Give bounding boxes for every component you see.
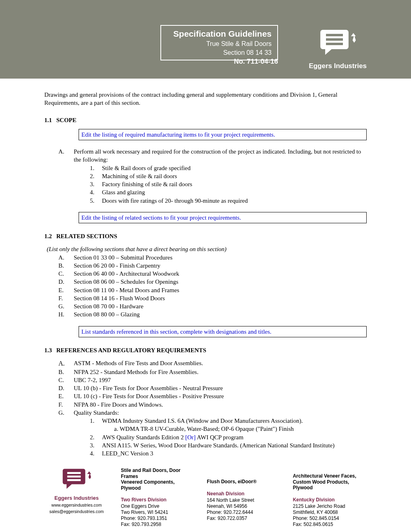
brand-logo: Eggers Industries <box>309 28 367 71</box>
list-item: E.Section 08 11 00 - Metal Doors and Fra… <box>58 286 367 294</box>
svg-rect-4 <box>67 476 81 478</box>
list-item: D.UL 10 (b) - Fire Tests for Door Assemb… <box>58 384 367 392</box>
list-item: G.Section 08 70 00 - Hardware <box>58 302 367 310</box>
page-content: Drawings and general provisions of the c… <box>0 79 411 457</box>
logo-icon <box>320 28 356 58</box>
division-name: Kentucky Division <box>293 497 367 503</box>
division-name: Neenah Division <box>207 490 280 497</box>
list-item: G.Quality Standards: <box>58 409 367 417</box>
footer-col-2: Flush Doors, eiDoor® Neenah Division 164… <box>207 468 280 528</box>
list-item: D.Section 08 06 00 – Schedules for Openi… <box>58 278 367 286</box>
section-1-3: 1.3 REFERENCES AND REGULATORY REQUIREMEN… <box>44 346 367 458</box>
doc-title: Specification Guidelines <box>173 28 272 39</box>
list-item: 2.Machining of stile & rail doors <box>90 172 367 180</box>
list-item-sub: a. WDMA TR-8 UV-Curable, Water-Based; OP… <box>114 425 367 433</box>
svg-rect-0 <box>326 34 343 36</box>
list-item: F.NFPA 80 - Fire Doors and Windows. <box>58 401 367 409</box>
heading-1-2: 1.2 RELATED SECTIONS <box>44 232 367 240</box>
header-banner: Specification Guidelines True Stile & Ra… <box>0 0 411 79</box>
svg-rect-3 <box>67 472 81 474</box>
list-item: B.Section 06 20 00 - Finish Carpentry <box>58 262 367 270</box>
or-clause: [Or] <box>185 434 196 441</box>
heading-1-3: 1.3 REFERENCES AND REGULATORY REQUIREMEN… <box>44 346 367 354</box>
footer-brand-name: Eggers Industries <box>44 495 109 502</box>
list-item: C.Section 06 40 00 - Architectural Woodw… <box>58 270 367 278</box>
footer-email: sales@eggersindustries.com <box>44 509 109 514</box>
footer-logo: Eggers Industries www.eggersindustries.c… <box>44 468 109 528</box>
svg-rect-5 <box>67 479 81 481</box>
footer-col-3: Architectural Veneer Faces, Custom Wood … <box>293 468 367 528</box>
page-footer: Eggers Industries www.eggersindustries.c… <box>0 457 411 532</box>
editor-note-related: Edit the listing of related sections to … <box>79 212 367 223</box>
brand-name: Eggers Industries <box>309 62 367 71</box>
list-item: 1.Stile & Rail doors of grade specified <box>90 164 367 172</box>
doc-subtitle: True Stile & Rail Doors <box>173 39 272 48</box>
intro-paragraph: Drawings and general provisions of the c… <box>44 91 367 107</box>
list-item: C.UBC 7-2, 1997 <box>58 376 367 384</box>
list-item: A.Section 01 33 00 – Submittal Procedure… <box>58 254 367 262</box>
svg-rect-2 <box>326 43 343 45</box>
doc-number: No. 711-04-16 <box>234 57 278 66</box>
list-item: 4.Glass and glazing <box>90 188 367 196</box>
item-1-1-A: A. Perform all work necessary and requir… <box>58 148 367 164</box>
list-item: A.ASTM - Methods of Fire Tests and Door … <box>58 359 367 368</box>
list-item: 2. AWS Quality Standards Edition 2 [Or] … <box>90 433 367 441</box>
logo-icon <box>44 468 109 492</box>
doc-section: Section 08 14 33 <box>173 48 272 57</box>
list-item: E.UL 10 (c) - Fire Tests for Door Assemb… <box>58 392 367 400</box>
heading-1-1: 1.1 SCOPE <box>44 116 367 124</box>
division-name: Two Rivers Division <box>121 497 195 503</box>
list-item: 3.Factory finishing of stile & rail door… <box>90 180 367 188</box>
title-block: Specification Guidelines True Stile & Ra… <box>160 25 278 60</box>
footer-col-1: Stile and Rail Doors, Door Frames Veneer… <box>121 468 195 528</box>
list-item: 1.WDMA Industry Standard I.S. 6A (Window… <box>90 417 367 425</box>
editor-note-scope: Edit the listing of required manufacturi… <box>79 129 367 140</box>
list-item: H.Section 08 80 00 – Glazing <box>58 310 367 318</box>
list-item: 5.Doors with fire ratings of 20- through… <box>90 197 367 205</box>
italic-note: (List only the following sections that h… <box>47 245 367 253</box>
list-item: 4.LEED_NC Version 3 <box>90 449 367 457</box>
editor-note-standards: List standards referenced in this sectio… <box>79 326 367 337</box>
footer-website: www.eggersindustries.com <box>44 502 109 508</box>
svg-rect-1 <box>326 38 343 41</box>
list-item: B.NFPA 252 - Standard Methods for Fire A… <box>58 368 367 376</box>
section-1-2: 1.2 RELATED SECTIONS (List only the foll… <box>44 232 367 337</box>
list-item: 3.ANSI A115. W Series, Wood Door Hardwar… <box>90 441 367 449</box>
list-item: F.Section 08 14 16 - Flush Wood Doors <box>58 294 367 302</box>
